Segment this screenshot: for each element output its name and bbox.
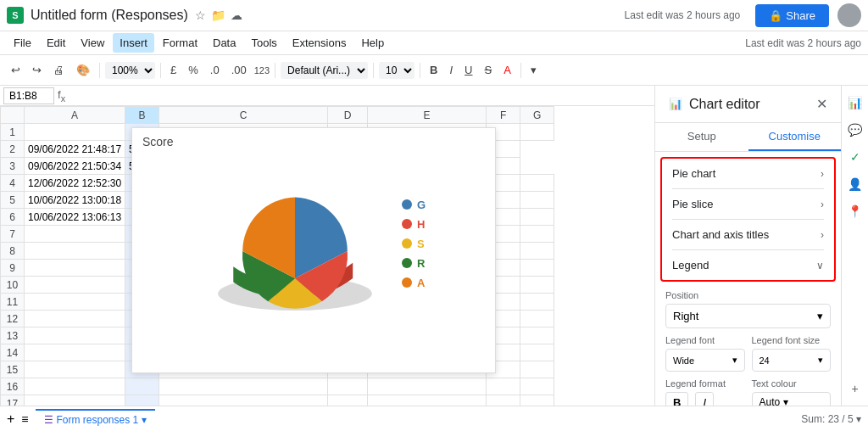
cell[interactable] bbox=[125, 395, 159, 406]
cell[interactable] bbox=[25, 395, 125, 406]
sheets-menu-button[interactable]: ≡ bbox=[21, 412, 28, 426]
cell[interactable] bbox=[520, 192, 554, 209]
sidebar-chat-icon[interactable]: 💬 bbox=[845, 120, 865, 140]
tab-customise[interactable]: Customise bbox=[748, 123, 842, 151]
cell[interactable]: 10/06/2022 13:00:18 bbox=[25, 192, 125, 209]
sidebar-person-icon[interactable]: 👤 bbox=[845, 174, 865, 194]
section-pie-chart[interactable]: Pie chart › bbox=[662, 159, 834, 188]
cell-reference[interactable]: B1:B8 bbox=[3, 87, 54, 104]
col-header-e[interactable]: E bbox=[368, 107, 487, 124]
cell[interactable] bbox=[520, 243, 554, 260]
cell[interactable] bbox=[520, 277, 554, 294]
cell[interactable] bbox=[520, 311, 554, 327]
cell[interactable] bbox=[25, 124, 125, 141]
menu-help[interactable]: Help bbox=[354, 33, 391, 53]
text-color-button[interactable]: A bbox=[499, 61, 515, 79]
print-button[interactable]: 🖨 bbox=[49, 61, 69, 79]
menu-extensions[interactable]: Extensions bbox=[286, 33, 353, 53]
cell[interactable] bbox=[328, 395, 368, 406]
menu-edit[interactable]: Edit bbox=[40, 33, 72, 53]
more-toolbar[interactable]: ▾ bbox=[526, 61, 541, 79]
bottom-sum[interactable]: Sum: 23 / 5 ▾ bbox=[801, 413, 861, 425]
cell[interactable] bbox=[520, 294, 554, 311]
text-color-dropdown[interactable]: Auto ▾ bbox=[752, 392, 832, 406]
col-header-f[interactable]: F bbox=[487, 107, 520, 124]
cell[interactable] bbox=[25, 361, 125, 378]
italic-button[interactable]: I bbox=[445, 61, 457, 79]
close-editor-button[interactable]: ✕ bbox=[816, 96, 827, 112]
cell[interactable] bbox=[25, 327, 125, 344]
col-header-g[interactable]: G bbox=[520, 107, 554, 124]
section-pie-slice[interactable]: Pie slice › bbox=[662, 189, 834, 219]
paint-format-button[interactable]: 🎨 bbox=[72, 61, 94, 79]
cell[interactable] bbox=[25, 311, 125, 327]
menu-data[interactable]: Data bbox=[206, 33, 242, 53]
cell[interactable] bbox=[25, 344, 125, 361]
cell[interactable] bbox=[25, 378, 125, 395]
section-legend-header[interactable]: Legend ∨ bbox=[662, 250, 834, 280]
col-header-d[interactable]: D bbox=[328, 107, 368, 124]
font-select[interactable]: Default (Ari...) bbox=[281, 62, 368, 79]
cell[interactable] bbox=[25, 226, 125, 243]
strikethrough-button[interactable]: S bbox=[480, 61, 496, 79]
cell[interactable] bbox=[125, 378, 159, 395]
cell[interactable] bbox=[520, 327, 554, 344]
menu-format[interactable]: Format bbox=[156, 33, 204, 53]
cell[interactable]: 09/06/2022 21:48:17 bbox=[25, 141, 125, 158]
star-icon[interactable]: ☆ bbox=[195, 8, 206, 22]
section-axis-titles[interactable]: Chart and axis titles › bbox=[662, 220, 834, 249]
currency-button[interactable]: £ bbox=[166, 61, 181, 79]
cell[interactable] bbox=[25, 243, 125, 260]
decimal-increase-button[interactable]: .00 bbox=[227, 61, 251, 79]
underline-button[interactable]: U bbox=[460, 61, 476, 79]
cell[interactable]: 10/06/2022 13:06:13 bbox=[25, 209, 125, 226]
col-header-c[interactable]: C bbox=[159, 107, 328, 124]
cell[interactable] bbox=[520, 395, 554, 406]
cell[interactable] bbox=[520, 260, 554, 277]
legend-font-size-dropdown[interactable]: 24 ▾ bbox=[752, 349, 832, 372]
italic-format-button[interactable]: I bbox=[695, 392, 714, 406]
menu-tools[interactable]: Tools bbox=[244, 33, 283, 53]
undo-button[interactable]: ↩ bbox=[7, 61, 25, 79]
sheet-tab-form-responses[interactable]: ☰ Form responses 1 ▾ bbox=[36, 409, 156, 429]
percent-button[interactable]: % bbox=[184, 61, 203, 79]
menu-file[interactable]: File bbox=[7, 33, 38, 53]
grid-container[interactable]: A B C D E F G 1209/06/2022 21:48:175 / 5… bbox=[0, 106, 654, 406]
sidebar-add-icon[interactable]: + bbox=[845, 378, 865, 399]
folder-icon[interactable]: 📁 bbox=[211, 8, 225, 22]
cloud-icon[interactable]: ☁ bbox=[231, 8, 242, 22]
cell[interactable]: 12/06/2022 12:52:30 bbox=[25, 175, 125, 192]
cell[interactable] bbox=[328, 378, 368, 395]
cell[interactable] bbox=[368, 395, 487, 406]
cell[interactable] bbox=[520, 378, 554, 395]
cell[interactable] bbox=[159, 378, 328, 395]
position-dropdown[interactable]: Right ▾ bbox=[665, 304, 831, 328]
cell[interactable] bbox=[520, 209, 554, 226]
legend-font-dropdown[interactable]: Wide ▾ bbox=[665, 349, 745, 372]
cell[interactable] bbox=[520, 361, 554, 378]
redo-button[interactable]: ↪ bbox=[28, 61, 46, 79]
sidebar-map-icon[interactable]: 📍 bbox=[845, 201, 865, 221]
cell[interactable] bbox=[520, 226, 554, 243]
cell[interactable] bbox=[159, 395, 328, 406]
cell[interactable] bbox=[487, 378, 520, 395]
cell[interactable] bbox=[520, 344, 554, 361]
decimal-decrease-button[interactable]: .0 bbox=[206, 61, 224, 79]
cell[interactable] bbox=[25, 294, 125, 311]
cell[interactable] bbox=[487, 395, 520, 406]
sidebar-explore-icon[interactable]: 📊 bbox=[845, 92, 865, 113]
add-sheet-button[interactable]: + bbox=[7, 411, 14, 427]
col-header-b[interactable]: B bbox=[125, 107, 159, 124]
bold-format-button[interactable]: B bbox=[665, 392, 688, 406]
menu-view[interactable]: View bbox=[74, 33, 111, 53]
tab-setup[interactable]: Setup bbox=[655, 123, 748, 151]
cell[interactable]: 09/06/2022 21:50:34 bbox=[25, 158, 125, 175]
cell[interactable] bbox=[25, 260, 125, 277]
menu-insert[interactable]: Insert bbox=[113, 33, 154, 53]
zoom-select[interactable]: 100% bbox=[105, 62, 155, 79]
bold-button[interactable]: B bbox=[426, 61, 442, 79]
cell[interactable] bbox=[520, 175, 554, 192]
cell[interactable] bbox=[25, 277, 125, 294]
share-button[interactable]: 🔒 Share bbox=[755, 4, 829, 27]
col-header-a[interactable]: A bbox=[25, 107, 125, 124]
